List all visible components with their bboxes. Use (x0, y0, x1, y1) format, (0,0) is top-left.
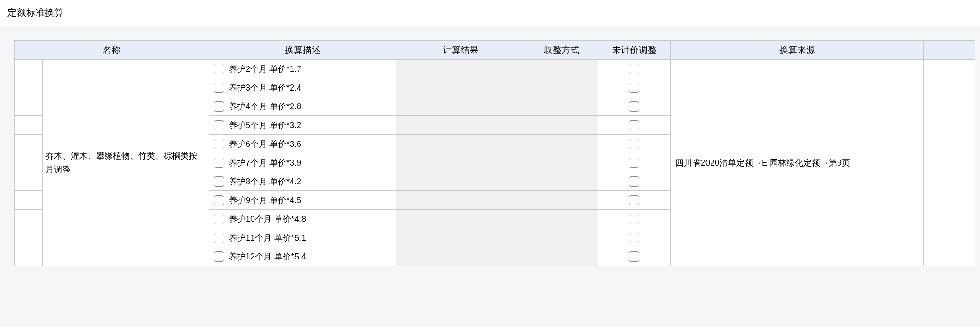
row-spacer-cell (15, 210, 43, 228)
row-spacer-cell (15, 78, 43, 97)
adjust-checkbox[interactable] (629, 233, 639, 243)
round-cell (525, 172, 598, 191)
round-cell (525, 97, 598, 116)
desc-text: 养护11个月 单价*5.1 (229, 232, 306, 243)
round-cell (525, 116, 598, 135)
adjust-cell (598, 191, 671, 210)
desc-cell: 养护5个月 单价*3.2 (209, 116, 396, 135)
row-spacer-cell (15, 228, 43, 247)
desc-text: 养护12个月 单价*5.4 (229, 251, 306, 262)
adjust-checkbox[interactable] (629, 101, 639, 112)
desc-cell: 养护4个月 单价*2.8 (209, 97, 396, 116)
desc-checkbox[interactable] (214, 233, 224, 243)
result-cell (396, 153, 525, 172)
desc-checkbox[interactable] (214, 120, 224, 130)
result-cell (396, 116, 525, 135)
header-source: 换算来源 (671, 41, 924, 60)
adjust-cell (598, 247, 671, 266)
adjust-cell (598, 153, 671, 172)
adjust-cell (598, 60, 671, 78)
conversion-table: 名称 换算描述 计算结果 取整方式 未计价调整 换算来源 乔木、灌木、攀缘植物、… (14, 40, 975, 266)
desc-cell: 养护10个月 单价*4.8 (209, 210, 396, 228)
row-spacer-cell (15, 135, 43, 153)
desc-checkbox[interactable] (214, 251, 224, 262)
desc-checkbox[interactable] (214, 139, 224, 149)
page-title: 定额标准换算 (0, 0, 980, 26)
desc-cell: 养护2个月 单价*1.7 (209, 60, 396, 78)
round-cell (525, 60, 598, 78)
result-cell (396, 247, 525, 266)
table-row: 乔木、灌木、攀缘植物、竹类、棕榈类按月调整养护2个月 单价*1.7四川省2020… (15, 60, 975, 78)
round-cell (525, 78, 598, 97)
adjust-cell (598, 172, 671, 191)
desc-checkbox[interactable] (214, 64, 224, 74)
desc-checkbox[interactable] (214, 101, 224, 112)
adjust-checkbox[interactable] (629, 83, 639, 93)
desc-text: 养护3个月 单价*2.4 (229, 82, 301, 93)
round-cell (525, 191, 598, 210)
desc-text: 养护5个月 单价*3.2 (229, 120, 301, 131)
desc-text: 养护2个月 单价*1.7 (229, 63, 301, 75)
row-spacer-cell (15, 247, 43, 266)
round-cell (525, 247, 598, 266)
row-spacer-cell (15, 116, 43, 135)
source-cell: 四川省2020清单定额→E 园林绿化定额→第9页 (671, 60, 924, 266)
result-cell (396, 135, 525, 153)
desc-checkbox[interactable] (214, 195, 224, 205)
header-adjust: 未计价调整 (598, 41, 671, 60)
desc-cell: 养护7个月 单价*3.9 (209, 153, 396, 172)
desc-cell: 养护6个月 单价*3.6 (209, 135, 396, 153)
adjust-cell (598, 78, 671, 97)
group-name-cell: 乔木、灌木、攀缘植物、竹类、棕榈类按月调整 (43, 60, 209, 266)
result-cell (396, 97, 525, 116)
row-spacer-cell (15, 153, 43, 172)
adjust-checkbox[interactable] (629, 64, 639, 74)
desc-checkbox[interactable] (214, 214, 224, 224)
adjust-cell (598, 97, 671, 116)
row-spacer-cell (15, 191, 43, 210)
adjust-checkbox[interactable] (629, 176, 639, 187)
desc-checkbox[interactable] (214, 83, 224, 93)
row-spacer-cell (15, 60, 43, 78)
desc-text: 养护10个月 单价*4.8 (229, 213, 306, 225)
adjust-cell (598, 116, 671, 135)
adjust-checkbox[interactable] (629, 139, 639, 149)
table-header-row: 名称 换算描述 计算结果 取整方式 未计价调整 换算来源 (15, 41, 975, 60)
result-cell (396, 78, 525, 97)
desc-text: 养护9个月 单价*4.5 (229, 195, 301, 206)
desc-cell: 养护9个月 单价*4.5 (209, 191, 396, 210)
round-cell (525, 228, 598, 247)
table-container: 名称 换算描述 计算结果 取整方式 未计价调整 换算来源 乔木、灌木、攀缘植物、… (0, 26, 980, 266)
desc-text: 养护8个月 单价*4.2 (229, 176, 301, 187)
adjust-cell (598, 228, 671, 247)
adjust-cell (598, 210, 671, 228)
header-result: 计算结果 (396, 41, 525, 60)
desc-cell: 养护8个月 单价*4.2 (209, 172, 396, 191)
desc-checkbox[interactable] (214, 176, 224, 187)
result-cell (396, 191, 525, 210)
row-spacer-cell (15, 97, 43, 116)
header-name: 名称 (15, 41, 209, 60)
adjust-cell (598, 135, 671, 153)
row-spacer-cell (15, 172, 43, 191)
adjust-checkbox[interactable] (629, 120, 639, 130)
desc-cell: 养护3个月 单价*2.4 (209, 78, 396, 97)
header-desc: 换算描述 (209, 41, 396, 60)
result-cell (396, 60, 525, 78)
adjust-checkbox[interactable] (629, 214, 639, 224)
result-cell (396, 228, 525, 247)
adjust-checkbox[interactable] (629, 195, 639, 205)
header-spacer (924, 41, 975, 60)
desc-cell: 养护12个月 单价*5.4 (209, 247, 396, 266)
desc-text: 养护6个月 单价*3.6 (229, 138, 301, 150)
adjust-checkbox[interactable] (629, 251, 639, 262)
desc-text: 养护4个月 单价*2.8 (229, 101, 301, 112)
header-round: 取整方式 (525, 41, 598, 60)
desc-checkbox[interactable] (214, 158, 224, 168)
desc-cell: 养护11个月 单价*5.1 (209, 228, 396, 247)
round-cell (525, 153, 598, 172)
result-cell (396, 172, 525, 191)
adjust-checkbox[interactable] (629, 158, 639, 168)
round-cell (525, 210, 598, 228)
result-cell (396, 210, 525, 228)
